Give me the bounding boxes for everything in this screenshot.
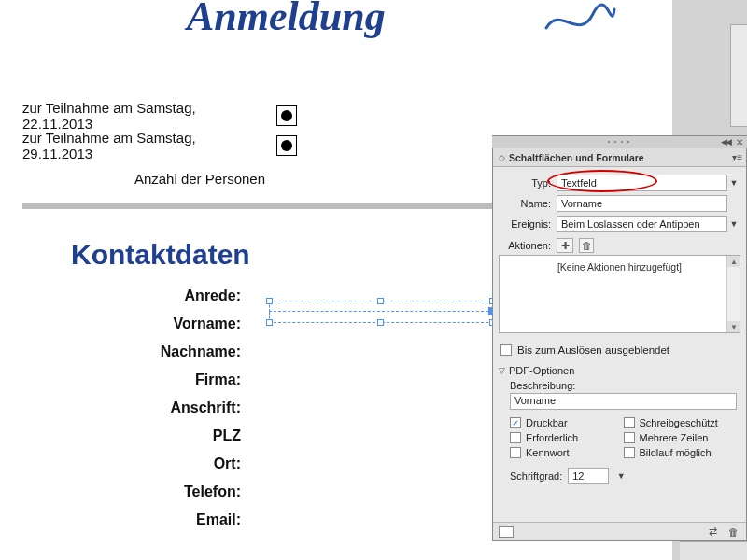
ereignis-label: Ereignis: — [499, 218, 557, 230]
erforderlich-label: Erforderlich — [526, 432, 578, 443]
label-email: Email: — [196, 511, 241, 528]
schreibgeschuetzt-label: Schreibgeschützt — [640, 417, 718, 428]
panel-drag-bar[interactable]: ◀◀ ✕ — [492, 135, 747, 148]
schriftgrad-label: Schriftgrad: — [510, 470, 562, 482]
panel-collapse-icon[interactable]: ◀◀ — [721, 137, 730, 147]
actions-list[interactable]: [Keine Aktionen hinzugefügt] ▲▼ — [499, 255, 740, 333]
typ-label: Typ: — [499, 177, 557, 189]
buttons-forms-panel: ◇ Schaltflächen und Formulare ▾≡ Typ: Te… — [492, 148, 747, 541]
logo-scribble — [542, 0, 616, 37]
add-action-button[interactable]: ✚ — [557, 238, 573, 253]
label-nachname: Nachname: — [161, 343, 241, 360]
label-anrede: Anrede: — [185, 287, 241, 304]
preview-toggle[interactable] — [499, 526, 514, 538]
persons-label: Anzahl der Personen — [22, 171, 265, 187]
panel-close-icon[interactable]: ✕ — [736, 137, 743, 147]
mehrere-zeilen-label: Mehrere Zeilen — [640, 432, 709, 443]
hidden-until-trigger-checkbox[interactable] — [500, 344, 512, 356]
disclosure-triangle-icon[interactable]: ▽ — [499, 366, 505, 375]
convert-icon[interactable]: ⇄ — [705, 525, 720, 539]
label-anschrift: Anschrift: — [170, 399, 241, 416]
typ-dropdown[interactable]: Textfeld — [557, 175, 727, 191]
schreibgeschuetzt-checkbox[interactable] — [624, 417, 635, 428]
label-plz: PLZ — [213, 427, 241, 444]
beschreibung-input[interactable]: Vorname — [510, 393, 737, 410]
chevron-down-icon[interactable]: ▼ — [614, 471, 627, 481]
pdf-options-heading: PDF-Optionen — [509, 365, 574, 376]
delete-action-button[interactable]: 🗑 — [579, 238, 594, 253]
schriftgrad-input[interactable]: 12 — [568, 468, 609, 484]
panel-tab-diamond-icon: ◇ — [499, 153, 505, 162]
event2-radio[interactable] — [276, 135, 297, 156]
bottom-collapsed-panel[interactable] — [680, 541, 747, 560]
beschreibung-label: Beschreibung: — [510, 380, 737, 391]
aktionen-label: Aktionen: — [499, 240, 557, 251]
panel-menu-icon[interactable]: ▾≡ — [732, 152, 742, 162]
hidden-until-trigger-label: Bis zum Auslösen ausgeblendet — [517, 344, 669, 356]
chevron-down-icon[interactable]: ▼ — [727, 178, 740, 188]
contact-heading: Kontaktdaten — [71, 239, 250, 271]
event2-label: zur Teilnahme am Samstag, 29.11.2013 — [22, 130, 265, 161]
mehrere-zeilen-checkbox[interactable] — [624, 432, 635, 443]
label-firma: Firma: — [195, 371, 241, 388]
druckbar-label: Druckbar — [526, 417, 568, 428]
kennwort-label: Kennwort — [526, 447, 569, 458]
ereignis-dropdown[interactable]: Beim Loslassen oder Antippen — [557, 216, 727, 232]
actions-empty-text: [Keine Aktionen hinzugefügt] — [557, 261, 682, 273]
selected-field-frame-bottom[interactable] — [269, 312, 493, 323]
bildlauf-checkbox[interactable] — [624, 447, 635, 458]
actions-scrollbar[interactable]: ▲▼ — [726, 256, 740, 332]
name-input[interactable]: Vorname — [557, 195, 727, 212]
panel-title: Schaltflächen und Formulare — [509, 152, 644, 163]
selected-field-frame-top[interactable] — [269, 301, 493, 312]
label-ort: Ort: — [214, 455, 241, 472]
label-telefon: Telefon: — [184, 483, 241, 500]
erforderlich-checkbox[interactable] — [510, 432, 521, 443]
chevron-down-icon[interactable]: ▼ — [727, 219, 740, 229]
druckbar-checkbox[interactable] — [510, 417, 521, 428]
collapsed-panel[interactable] — [730, 24, 747, 127]
kennwort-checkbox[interactable] — [510, 447, 521, 458]
trash-icon[interactable]: 🗑 — [726, 525, 740, 539]
event1-radio[interactable] — [276, 105, 297, 126]
page-title: Anmeldung — [187, 0, 386, 40]
label-vorname: Vorname: — [173, 315, 241, 332]
bildlauf-label: Bildlauf möglich — [640, 447, 712, 458]
event1-label: zur Teilnahme am Samstag, 22.11.2013 — [22, 100, 265, 132]
name-label: Name: — [499, 198, 557, 209]
